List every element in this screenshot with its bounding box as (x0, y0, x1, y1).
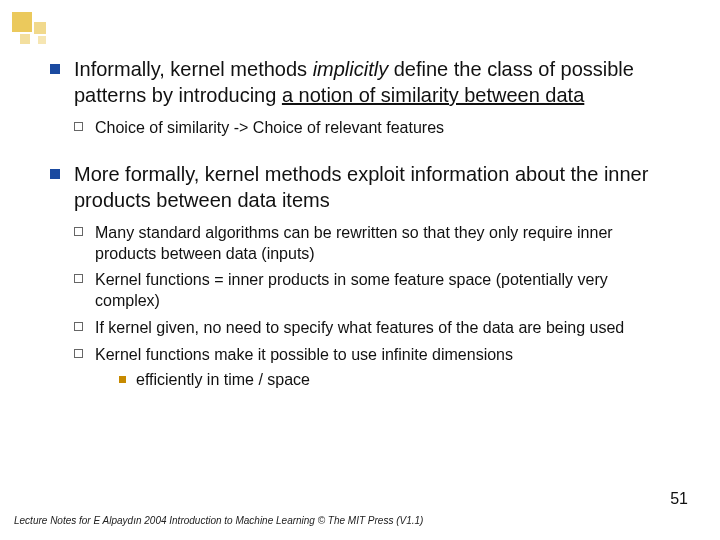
slide-body: Informally, kernel methods implicitly de… (0, 0, 720, 390)
bullet-2: More formally, kernel methods exploit in… (50, 161, 670, 391)
open-square-bullet-icon (74, 322, 83, 331)
bullet-2-sub-1-text: Many standard algorithms can be rewritte… (95, 223, 670, 265)
bullet-2-sub-3-text: If kernel given, no need to specify what… (95, 318, 624, 339)
bullet-2-sub-4-sub: efficiently in time / space (119, 370, 513, 391)
page-number: 51 (670, 490, 688, 508)
bullet-1-sub: Choice of similarity -> Choice of releva… (74, 118, 670, 139)
open-square-bullet-icon (74, 122, 83, 131)
open-square-bullet-icon (74, 274, 83, 283)
bullet-1-sub-1-text: Choice of similarity -> Choice of releva… (95, 118, 444, 139)
open-square-bullet-icon (74, 349, 83, 358)
bullet-2-text: More formally, kernel methods exploit in… (74, 161, 670, 213)
footer-citation: Lecture Notes for E Alpaydın 2004 Introd… (14, 515, 423, 526)
square-bullet-icon (50, 64, 60, 74)
bullet-2-sub-4-text: Kernel functions make it possible to use… (95, 345, 513, 391)
square-bullet-icon (50, 169, 60, 179)
bullet-2-sub: Many standard algorithms can be rewritte… (74, 223, 670, 391)
small-square-bullet-icon (119, 376, 126, 383)
bullet-1: Informally, kernel methods implicitly de… (50, 56, 670, 139)
bullet-2-sub-2-text: Kernel functions = inner products in som… (95, 270, 670, 312)
open-square-bullet-icon (74, 227, 83, 236)
bullet-2-sub-4-sub-text: efficiently in time / space (136, 370, 310, 391)
bullet-1-text: Informally, kernel methods implicitly de… (74, 56, 670, 108)
